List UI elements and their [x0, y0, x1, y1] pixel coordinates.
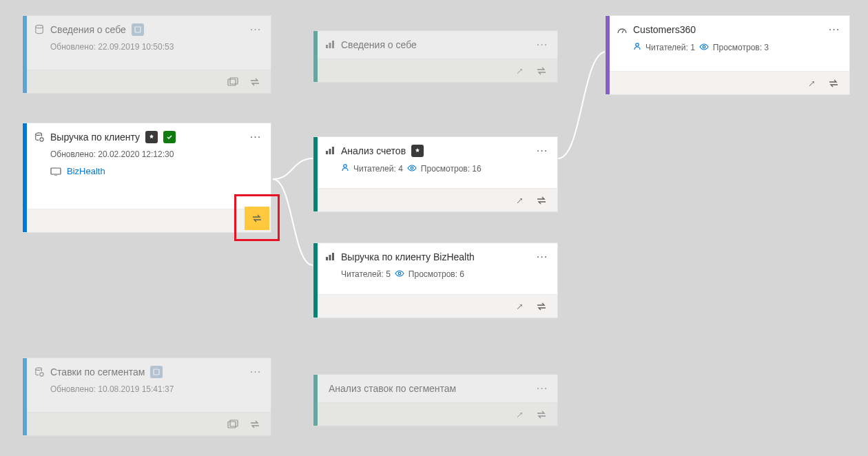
- swap-icon[interactable]: [535, 408, 548, 421]
- svg-point-7: [36, 368, 42, 371]
- person-icon: [633, 42, 641, 52]
- svg-rect-14: [332, 41, 334, 48]
- eye-icon: [395, 269, 404, 279]
- card-footer: →: [610, 71, 849, 94]
- open-icon[interactable]: →: [513, 300, 526, 313]
- card-footer: →: [318, 188, 557, 211]
- svg-rect-20: [326, 257, 328, 260]
- workspace-link[interactable]: BizHealth: [34, 166, 262, 176]
- bar-chart-icon: [324, 251, 335, 262]
- card-title: Customers360: [633, 24, 696, 35]
- open-icon[interactable]: →: [805, 77, 818, 90]
- bar-chart-icon: [324, 145, 335, 156]
- cards-icon[interactable]: [227, 418, 239, 431]
- card-footer: [27, 70, 271, 93]
- card-title: Выручка по клиенту: [50, 132, 140, 143]
- badge-icon: [150, 366, 163, 378]
- svg-rect-12: [326, 45, 328, 48]
- views-label: Просмотров: 16: [421, 164, 482, 174]
- svg-rect-1: [135, 27, 141, 32]
- card-title: Выручка по клиенту BizHealth: [341, 251, 475, 262]
- card-report-vyruchka-bizhealth[interactable]: Выручка по клиенту BizHealth ··· Читател…: [313, 242, 558, 318]
- swap-button-highlighted[interactable]: [245, 207, 269, 230]
- swap-icon[interactable]: [535, 300, 548, 313]
- bar-chart-icon: [324, 39, 335, 50]
- svg-point-24: [636, 43, 639, 46]
- card-footer: →: [318, 59, 557, 82]
- more-button[interactable]: ···: [249, 365, 262, 379]
- badge-icon: [132, 23, 144, 36]
- swap-icon[interactable]: [535, 194, 548, 207]
- cards-icon[interactable]: [227, 76, 239, 88]
- open-icon[interactable]: →: [513, 65, 526, 77]
- card-title: Ставки по сегментам: [50, 366, 145, 377]
- swap-icon[interactable]: [535, 65, 548, 77]
- more-button[interactable]: ···: [249, 130, 262, 144]
- card-dataset-stavki[interactable]: Ставки по сегментам ··· Обновлено: 10.08…: [22, 357, 271, 436]
- svg-point-23: [398, 272, 401, 275]
- database-link-icon: [34, 132, 45, 143]
- badge-endorsed-icon: [163, 131, 176, 143]
- open-icon[interactable]: →: [513, 408, 526, 421]
- more-button[interactable]: ···: [535, 250, 549, 264]
- card-report-svedeniya[interactable]: Сведения о себе ··· →: [313, 30, 558, 83]
- views-label: Просмотров: 3: [713, 43, 769, 52]
- badge-certified-icon: [411, 145, 424, 157]
- svg-rect-16: [329, 149, 331, 154]
- svg-rect-22: [332, 253, 334, 260]
- card-footer: →: [318, 402, 557, 426]
- swap-icon[interactable]: [827, 77, 840, 90]
- more-button[interactable]: ···: [535, 144, 549, 158]
- svg-point-19: [411, 167, 413, 169]
- gauge-icon: [617, 24, 628, 35]
- card-title: Анализ ставок по сегментам: [324, 383, 456, 394]
- swap-icon[interactable]: [249, 76, 261, 88]
- swap-icon[interactable]: [249, 418, 261, 431]
- eye-icon: [407, 164, 417, 174]
- card-footer: [27, 412, 271, 435]
- svg-point-25: [703, 45, 705, 48]
- card-report-analiz-schetov[interactable]: Анализ счетов ··· Читателей: 4 Просмотро…: [313, 136, 558, 212]
- more-button[interactable]: ···: [535, 38, 549, 52]
- readers-label: Читателей: 1: [645, 43, 695, 52]
- svg-point-8: [40, 373, 43, 376]
- svg-rect-13: [329, 43, 331, 48]
- card-title: Сведения о себе: [341, 39, 417, 50]
- workspace-name: BizHealth: [67, 166, 105, 176]
- svg-rect-2: [228, 79, 236, 85]
- card-title: Анализ счетов: [341, 145, 406, 156]
- card-title: Сведения о себе: [50, 24, 126, 35]
- views-label: Просмотров: 6: [409, 269, 464, 279]
- eye-icon: [699, 43, 709, 52]
- readers-label: Читателей: 5: [341, 269, 391, 279]
- svg-rect-15: [326, 151, 328, 154]
- svg-point-5: [40, 138, 43, 141]
- svg-point-4: [36, 133, 42, 136]
- badge-certified-icon: [145, 131, 158, 143]
- card-dataset-vyruchka[interactable]: Выручка по клиенту ··· Обновлено: 20.02.…: [22, 123, 271, 233]
- more-button[interactable]: ···: [249, 23, 262, 37]
- card-dashboard-customers360[interactable]: Customers360 ··· Читателей: 1 Просмотров…: [605, 15, 850, 95]
- svg-point-18: [344, 165, 347, 167]
- card-footer: [27, 209, 271, 232]
- updated-text: Обновлено: 10.08.2019 15:41:37: [34, 384, 262, 394]
- svg-rect-11: [230, 420, 238, 426]
- readers-label: Читателей: 4: [353, 164, 403, 174]
- open-icon[interactable]: →: [513, 194, 526, 207]
- svg-rect-17: [332, 147, 334, 154]
- svg-rect-6: [51, 168, 61, 174]
- person-icon: [341, 163, 349, 174]
- svg-point-0: [36, 25, 43, 28]
- svg-rect-10: [228, 422, 236, 428]
- database-icon: [34, 24, 45, 35]
- card-report-analiz-stavok[interactable]: Анализ ставок по сегментам ··· →: [313, 374, 558, 426]
- svg-rect-9: [154, 369, 159, 375]
- svg-rect-21: [329, 255, 331, 260]
- updated-text: Обновлено: 22.09.2019 10:50:53: [34, 42, 262, 52]
- svg-rect-3: [230, 78, 238, 84]
- more-button[interactable]: ···: [535, 382, 549, 395]
- card-footer: →: [318, 294, 557, 318]
- more-button[interactable]: ···: [827, 23, 841, 37]
- card-dataset-svedeniya[interactable]: Сведения о себе ··· Обновлено: 22.09.201…: [22, 15, 271, 94]
- updated-text: Обновлено: 20.02.2020 12:12:30: [34, 149, 262, 159]
